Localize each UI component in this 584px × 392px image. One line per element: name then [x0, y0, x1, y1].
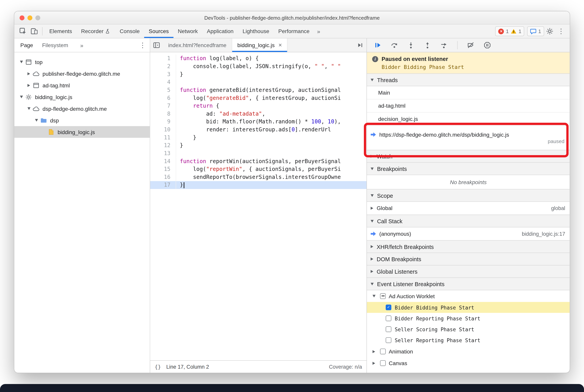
disclosure-open-icon[interactable] [371, 295, 377, 298]
frame-location[interactable]: bidding_logic.js:17 [522, 231, 565, 237]
category-checkbox[interactable] [380, 293, 386, 299]
tab-application[interactable]: Application [202, 24, 238, 38]
tree-item-bidding-logic-js[interactable]: bidding_logic.js [14, 126, 150, 138]
event-checkbox[interactable] [386, 337, 391, 343]
line-number[interactable]: 12 [150, 142, 176, 150]
console-summary-button[interactable]: × 1 1 [495, 26, 524, 36]
disclosure-closed-icon[interactable] [26, 84, 32, 86]
event-category-row[interactable]: Ad Auction Worklet [367, 290, 570, 302]
event-breakpoint-row[interactable]: Bidder Reporting Phase Start [367, 313, 570, 324]
disclosure-open-icon[interactable] [33, 119, 39, 122]
category-checkbox[interactable] [380, 360, 386, 366]
tree-item-dsp-fledge-demo-glitch-me[interactable]: dsp-fledge-demo.glitch.me [14, 103, 150, 114]
more-navigator-tabs-icon[interactable]: » [77, 42, 86, 48]
section-dom-breakpoints-header[interactable]: DOM Breakpoints [367, 253, 570, 266]
disclosure-closed-icon[interactable] [371, 350, 377, 353]
section-scope-header[interactable]: Scope [367, 189, 570, 202]
event-category-row[interactable]: Canvas [367, 357, 570, 369]
section-call-stack-header[interactable]: Call Stack [367, 215, 570, 228]
inspect-icon[interactable] [17, 26, 28, 36]
pretty-print-icon[interactable]: {} [155, 364, 161, 370]
line-number[interactable]: 1 [150, 54, 176, 62]
code-line[interactable]: 2 console.log(label, JSON.stringify(o, "… [150, 62, 367, 70]
line-number[interactable]: 11 [150, 134, 176, 142]
step-icon[interactable] [438, 40, 450, 50]
pause-on-exceptions-icon[interactable] [482, 40, 493, 50]
step-into-icon[interactable] [405, 40, 417, 50]
zoom-window-button[interactable] [35, 15, 40, 20]
resume-script-icon[interactable] [372, 40, 383, 50]
settings-gear-icon[interactable] [544, 26, 556, 36]
code-line[interactable]: 13 [150, 150, 367, 158]
line-number[interactable]: 16 [150, 173, 176, 181]
tab-recorder[interactable]: Recorder [77, 24, 115, 38]
category-checkbox[interactable] [380, 348, 386, 354]
line-number[interactable]: 10 [150, 126, 176, 134]
tree-item-bidding-logic-js[interactable]: bidding_logic.js [14, 91, 150, 103]
tree-item-top[interactable]: top [14, 56, 150, 68]
thread-row[interactable]: ad-tag.html [367, 100, 570, 113]
code-line[interactable]: 9 bid: Math.floor(Math.random() * 100, 1… [150, 118, 367, 126]
editor-tab-index-html[interactable]: index.html?fencedframe [163, 38, 232, 52]
call-stack-frame-row[interactable]: (anonymous) bidding_logic.js:17 [367, 227, 570, 240]
code-line[interactable]: 12} [150, 142, 367, 150]
section-breakpoints-header[interactable]: Breakpoints [367, 162, 570, 175]
event-checkbox[interactable] [386, 326, 391, 332]
disclosure-closed-icon[interactable] [26, 72, 32, 75]
code-line[interactable]: 17} [150, 181, 367, 189]
section-global-listeners-header[interactable]: Global Listeners [367, 265, 570, 278]
line-number[interactable]: 15 [150, 165, 176, 173]
thread-row[interactable]: https://dsp-fledge-demo.glitch.me/dsp/bi… [367, 126, 570, 150]
line-number[interactable]: 2 [150, 62, 176, 70]
event-breakpoint-row[interactable]: Seller Scoring Phase Start [367, 324, 570, 334]
line-number[interactable]: 13 [150, 150, 176, 158]
event-breakpoint-row[interactable]: Seller Reporting Phase Start [367, 335, 570, 346]
disclosure-open-icon[interactable] [18, 96, 24, 98]
deactivate-breakpoints-icon[interactable] [465, 40, 476, 50]
thread-row[interactable]: decision_logic.js [367, 112, 570, 126]
code-line[interactable]: 3} [150, 70, 367, 78]
code-line[interactable]: 1function log(label, o) { [150, 54, 367, 62]
line-number[interactable]: 3 [150, 70, 176, 78]
line-number[interactable]: 14 [150, 158, 176, 166]
line-number[interactable]: 4 [150, 78, 176, 86]
close-window-button[interactable] [20, 15, 24, 20]
code-line[interactable]: 11 } [150, 134, 367, 142]
code-line[interactable]: 5function generateBid(interestGroup, auc… [150, 86, 367, 94]
scope-global-row[interactable]: Global global [367, 202, 570, 215]
issues-button[interactable]: 1 [527, 26, 544, 36]
event-checkbox[interactable] [386, 316, 391, 321]
navigator-menu-icon[interactable]: ⋮ [139, 41, 146, 50]
disclosure-open-icon[interactable] [18, 60, 24, 63]
line-number[interactable]: 17 [150, 181, 176, 189]
tab-lighthouse[interactable]: Lighthouse [238, 24, 274, 38]
close-tab-icon[interactable]: × [278, 42, 282, 49]
tree-item-publisher-fledge-demo-glitch-me[interactable]: publisher-fledge-demo.glitch.me [14, 68, 150, 80]
tab-console[interactable]: Console [115, 24, 144, 38]
toggle-navigator-icon[interactable] [150, 38, 163, 52]
editor-tab-bidding-logic[interactable]: bidding_logic.js × [232, 38, 288, 52]
tree-item-dsp[interactable]: dsp [14, 114, 150, 126]
code-line[interactable]: 7 return { [150, 102, 367, 110]
tab-sources[interactable]: Sources [144, 24, 173, 38]
line-number[interactable]: 6 [150, 94, 176, 102]
tab-filesystem[interactable]: Filesystem [42, 42, 68, 48]
thread-row[interactable]: Main [367, 86, 570, 100]
code-line[interactable]: 14function reportWin(auctionSignals, per… [150, 158, 367, 166]
code-line[interactable]: 8 ad: "ad-metadata", [150, 110, 367, 118]
event-category-row[interactable]: Animation [367, 346, 570, 357]
minimize-window-button[interactable] [27, 15, 32, 20]
disclosure-open-icon[interactable] [26, 107, 32, 110]
tab-performance[interactable]: Performance [274, 24, 314, 38]
main-menu-icon[interactable]: ⋮ [556, 26, 567, 36]
section-threads-header[interactable]: Threads [367, 74, 570, 86]
section-event-listener-breakpoints-header[interactable]: Event Listener Breakpoints [367, 278, 570, 290]
tree-item-ad-tag-html[interactable]: ad-tag.html [14, 80, 150, 91]
tab-page[interactable]: Page [20, 42, 33, 48]
line-number[interactable]: 5 [150, 86, 176, 94]
code-line[interactable]: 10 render: interestGroup.ads[0].renderUr… [150, 126, 367, 134]
section-xhr-breakpoints-header[interactable]: XHR/fetch Breakpoints [367, 240, 570, 253]
code-editor[interactable]: 1function log(label, o) {2 console.log(l… [150, 52, 367, 360]
device-toolbar-icon[interactable] [28, 26, 40, 36]
code-line[interactable]: 16 sendReportTo(browserSignals.interestG… [150, 173, 367, 181]
